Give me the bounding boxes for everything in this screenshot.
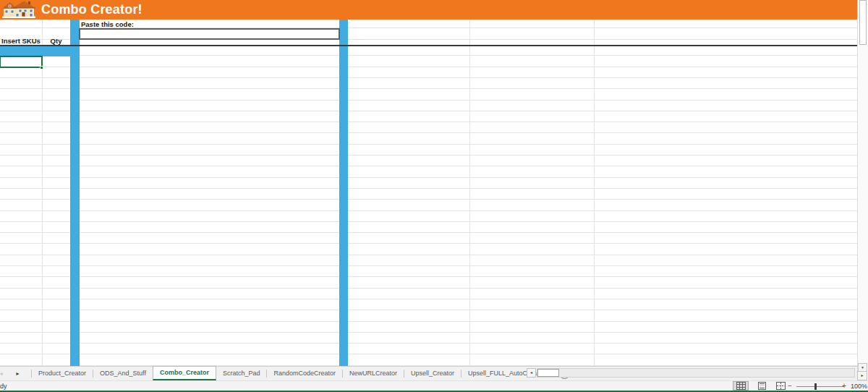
normal-view-button[interactable]	[733, 381, 749, 391]
zoom-in-button[interactable]: +	[842, 382, 846, 390]
prev-sheet-icon[interactable]: ◄	[0, 371, 4, 376]
highlighted-column-left[interactable]	[70, 20, 80, 366]
paste-code-label: Paste this code:	[81, 20, 134, 28]
column-header-qty: Qty	[42, 37, 70, 45]
page-title: Combo Creator!	[41, 0, 142, 20]
page-layout-icon	[757, 382, 767, 390]
tab-product-creator[interactable]: Product_Creator	[32, 367, 93, 380]
page-layout-view-button[interactable]	[754, 381, 770, 391]
scroll-right-button[interactable]: ►	[857, 371, 867, 380]
sheet-nav: ◄ ►	[0, 371, 31, 376]
gridline	[469, 20, 470, 366]
vertical-scrollbar-thumb[interactable]	[859, 0, 867, 45]
highlighted-header-band[interactable]	[0, 46, 80, 56]
tab-ods-and-stuff[interactable]: ODS_And_Stuff	[93, 367, 153, 380]
title-banner: Combo Creator!	[0, 0, 857, 20]
next-sheet-icon[interactable]: ►	[15, 371, 20, 376]
gridline	[594, 20, 595, 366]
highlighted-column-right[interactable]	[339, 20, 348, 366]
house-icon	[2, 1, 35, 18]
status-bar: dy −	[0, 380, 868, 391]
tab-upsell-creator[interactable]: Upsell_Creator	[404, 367, 461, 380]
fill-handle[interactable]	[40, 66, 43, 69]
tab-newurlcreator[interactable]: NewURLCreator	[343, 367, 404, 380]
code-input[interactable]	[79, 28, 340, 40]
gridline	[42, 20, 43, 366]
ready-status-text: dy	[0, 383, 7, 390]
zoom-out-button[interactable]: −	[788, 382, 792, 390]
zoom-level-label[interactable]: 100%	[851, 383, 867, 390]
column-header-insert-skus: Insert SKUs	[1, 37, 41, 45]
zoom-slider-handle[interactable]	[814, 383, 817, 390]
horizontal-scrollbar-thumb[interactable]	[537, 369, 559, 377]
selected-cell[interactable]	[0, 56, 43, 69]
normal-view-icon	[736, 382, 746, 390]
row-gridlines	[0, 45, 857, 366]
excel-window: Combo Creator! Paste this code: Insert S…	[0, 0, 868, 392]
tab-scratch-pad[interactable]: Scratch_Pad	[216, 367, 267, 380]
page-break-icon	[776, 382, 786, 390]
scroll-left-button[interactable]: ◄	[527, 368, 536, 378]
header-bottom-border	[0, 45, 857, 46]
tab-combo-creator[interactable]: Combo_Creator	[153, 366, 216, 380]
tab-randomcodecreator[interactable]: RandomCodeCreator	[267, 367, 342, 380]
vertical-scrollbar[interactable]	[857, 0, 868, 372]
worksheet-grid[interactable]: Paste this code: Insert SKUs Qty	[0, 20, 857, 366]
horizontal-scrollbar[interactable]	[537, 368, 855, 378]
page-break-view-button[interactable]	[773, 381, 788, 391]
zoom-slider-track[interactable]	[796, 386, 844, 387]
